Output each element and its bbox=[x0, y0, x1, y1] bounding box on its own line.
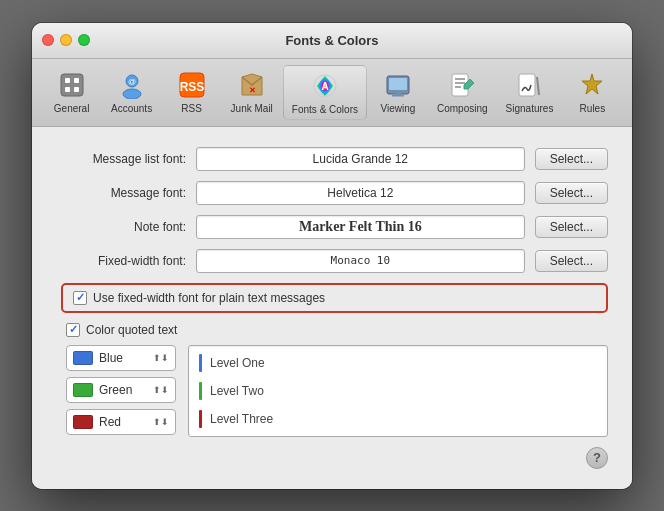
toolbar-item-rss[interactable]: RSS RSS bbox=[163, 65, 221, 120]
color-select-red[interactable]: Red ⬆⬇ bbox=[66, 409, 176, 435]
window-title: Fonts & Colors bbox=[285, 33, 378, 48]
fixed-width-checkbox-container: Use fixed-width font for plain text mess… bbox=[61, 283, 608, 313]
color-quoted-checkbox-row: Color quoted text bbox=[66, 323, 608, 337]
message-list-font-display: Lucida Grande 12 bbox=[196, 147, 525, 171]
junk-mail-label: Junk Mail bbox=[231, 103, 273, 114]
composing-label: Composing bbox=[437, 103, 488, 114]
level-three-label: Level Three bbox=[210, 412, 273, 426]
composing-icon bbox=[446, 69, 478, 101]
svg-point-6 bbox=[123, 89, 141, 99]
toolbar: General @ Accounts RSS RSS bbox=[32, 59, 632, 127]
rules-icon bbox=[576, 69, 608, 101]
levels-panel: Level One Level Two Level Three bbox=[188, 345, 608, 437]
svg-rect-4 bbox=[74, 87, 79, 92]
fixed-width-font-display: Monaco 10 bbox=[196, 249, 525, 273]
viewing-icon bbox=[382, 69, 414, 101]
color-select-green[interactable]: Green ⬆⬇ bbox=[66, 377, 176, 403]
level-two-label: Level Two bbox=[210, 384, 264, 398]
level-two-bar bbox=[199, 382, 202, 400]
fonts-colors-icon: A bbox=[309, 70, 341, 102]
fixed-width-font-label: Fixed-width font: bbox=[56, 254, 186, 268]
traffic-lights bbox=[42, 34, 90, 46]
main-window: Fonts & Colors General @ bbox=[32, 23, 632, 489]
svg-text:@: @ bbox=[128, 77, 136, 86]
svg-rect-16 bbox=[392, 95, 404, 97]
note-font-row: Note font: Marker Felt Thin 16 Select... bbox=[56, 215, 608, 239]
rss-icon: RSS bbox=[176, 69, 208, 101]
fixed-width-font-row: Fixed-width font: Monaco 10 Select... bbox=[56, 249, 608, 273]
content-area: Message list font: Lucida Grande 12 Sele… bbox=[32, 127, 632, 489]
accounts-label: Accounts bbox=[111, 103, 152, 114]
message-font-display: Helvetica 12 bbox=[196, 181, 525, 205]
fixed-width-font-select-button[interactable]: Select... bbox=[535, 250, 608, 272]
viewing-label: Viewing bbox=[381, 103, 416, 114]
fixed-width-checkbox-label: Use fixed-width font for plain text mess… bbox=[93, 291, 325, 305]
color-quoted-checkbox-label: Color quoted text bbox=[86, 323, 177, 337]
svg-line-22 bbox=[537, 77, 539, 95]
toolbar-item-rules[interactable]: Rules bbox=[563, 65, 621, 120]
message-list-font-row: Message list font: Lucida Grande 12 Sele… bbox=[56, 147, 608, 171]
message-list-font-select-button[interactable]: Select... bbox=[535, 148, 608, 170]
fonts-colors-label: Fonts & Colors bbox=[292, 104, 358, 115]
accounts-icon: @ bbox=[116, 69, 148, 101]
red-swatch bbox=[73, 415, 93, 429]
svg-rect-15 bbox=[395, 92, 401, 95]
blue-arrow-icon: ⬆⬇ bbox=[153, 353, 169, 363]
blue-label: Blue bbox=[99, 351, 153, 365]
help-button-container: ? bbox=[56, 447, 608, 469]
svg-rect-3 bbox=[74, 78, 79, 83]
toolbar-item-accounts[interactable]: @ Accounts bbox=[103, 65, 161, 120]
color-quoted-checkbox[interactable] bbox=[66, 323, 80, 337]
svg-rect-0 bbox=[61, 74, 83, 96]
signatures-icon bbox=[513, 69, 545, 101]
general-label: General bbox=[54, 103, 90, 114]
general-icon bbox=[56, 69, 88, 101]
toolbar-item-viewing[interactable]: Viewing bbox=[369, 65, 427, 120]
level-three-item: Level Three bbox=[199, 410, 597, 428]
green-swatch bbox=[73, 383, 93, 397]
toolbar-item-composing[interactable]: Composing bbox=[429, 65, 496, 120]
red-label: Red bbox=[99, 415, 153, 429]
blue-swatch bbox=[73, 351, 93, 365]
svg-text:✕: ✕ bbox=[248, 86, 255, 95]
rules-label: Rules bbox=[580, 103, 606, 114]
svg-text:RSS: RSS bbox=[179, 80, 204, 94]
signatures-label: Signatures bbox=[506, 103, 554, 114]
maximize-button[interactable] bbox=[78, 34, 90, 46]
message-font-row: Message font: Helvetica 12 Select... bbox=[56, 181, 608, 205]
svg-rect-1 bbox=[65, 78, 70, 83]
note-font-label: Note font: bbox=[56, 220, 186, 234]
svg-rect-2 bbox=[65, 87, 70, 92]
message-font-label: Message font: bbox=[56, 186, 186, 200]
level-three-bar bbox=[199, 410, 202, 428]
junk-mail-icon: ✕ bbox=[236, 69, 268, 101]
svg-rect-21 bbox=[519, 74, 535, 96]
level-one-bar bbox=[199, 354, 202, 372]
message-list-font-label: Message list font: bbox=[56, 152, 186, 166]
toolbar-item-junk-mail[interactable]: ✕ Junk Mail bbox=[223, 65, 281, 120]
note-font-select-button[interactable]: Select... bbox=[535, 216, 608, 238]
color-section: Blue ⬆⬇ Green ⬆⬇ Red ⬆⬇ Level O bbox=[66, 345, 608, 437]
message-font-select-button[interactable]: Select... bbox=[535, 182, 608, 204]
green-arrow-icon: ⬆⬇ bbox=[153, 385, 169, 395]
level-one-item: Level One bbox=[199, 354, 597, 372]
green-label: Green bbox=[99, 383, 153, 397]
toolbar-item-signatures[interactable]: Signatures bbox=[498, 65, 562, 120]
level-two-item: Level Two bbox=[199, 382, 597, 400]
minimize-button[interactable] bbox=[60, 34, 72, 46]
color-dropdowns: Blue ⬆⬇ Green ⬆⬇ Red ⬆⬇ bbox=[66, 345, 176, 437]
toolbar-item-general[interactable]: General bbox=[43, 65, 101, 120]
fixed-width-checkbox[interactable] bbox=[73, 291, 87, 305]
toolbar-item-fonts-colors[interactable]: A Fonts & Colors bbox=[283, 65, 367, 120]
titlebar: Fonts & Colors bbox=[32, 23, 632, 59]
close-button[interactable] bbox=[42, 34, 54, 46]
color-select-blue[interactable]: Blue ⬆⬇ bbox=[66, 345, 176, 371]
red-arrow-icon: ⬆⬇ bbox=[153, 417, 169, 427]
svg-rect-14 bbox=[389, 78, 407, 90]
rss-label: RSS bbox=[181, 103, 202, 114]
svg-text:A: A bbox=[321, 81, 328, 92]
level-one-label: Level One bbox=[210, 356, 265, 370]
help-button[interactable]: ? bbox=[586, 447, 608, 469]
note-font-display: Marker Felt Thin 16 bbox=[196, 215, 525, 239]
